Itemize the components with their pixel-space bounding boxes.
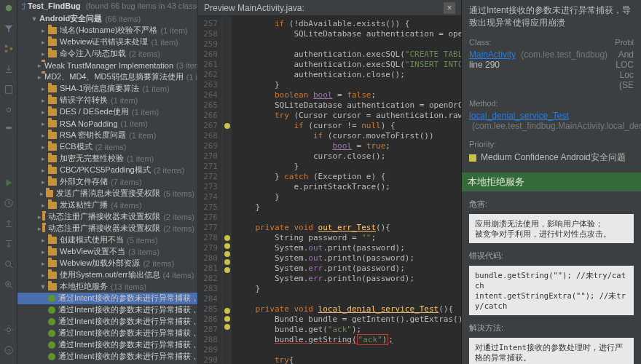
code-area[interactable]: if (!dbAvailable.exists()) { SQLiteDatab…	[232, 16, 461, 364]
folder-row[interactable]: ▸Webview加载外部资源 (2 items)	[17, 258, 197, 269]
snippet-heading: 错误代码:	[469, 250, 634, 261]
link-icon[interactable]	[4, 105, 14, 115]
db-icon[interactable]	[4, 125, 14, 135]
folder-icon	[48, 50, 57, 58]
folder-icon	[42, 225, 46, 232]
folder-icon	[48, 167, 57, 174]
bug-item[interactable]: 通过Intent接收的参数未进行异常捕获，导	[17, 316, 197, 328]
priority-label: Priority:	[469, 140, 496, 149]
bug-marker-icon[interactable]	[224, 235, 230, 241]
folder-row[interactable]: ▸WebView设置不当 (3 items)	[17, 246, 197, 258]
filter-icon[interactable]	[4, 23, 14, 33]
section-header: 本地拒绝服务	[462, 173, 641, 191]
settings-icon[interactable]	[4, 325, 14, 335]
open-folder-row[interactable]: ▼本地拒绝服务 (13 items)	[17, 281, 197, 293]
folder-row[interactable]: ▸外部文件存储 (7 items)	[17, 176, 197, 188]
svg-rect-4	[5, 86, 12, 94]
bug-marker-icon[interactable]	[224, 316, 230, 322]
folder-icon	[48, 120, 57, 127]
help-icon[interactable]: ?	[4, 345, 14, 355]
class-link[interactable]: MainActivity	[469, 50, 516, 60]
detail-panel: 通过Intent接收的参数未进行异常捕获，导致出现异常使得应用崩溃 Class:…	[462, 0, 641, 364]
folder-icon	[48, 237, 57, 244]
bug-item[interactable]: 通过Intent接收的参数未进行异常捕获，导	[17, 328, 197, 339]
bug-icon	[48, 330, 55, 337]
folder-row[interactable]: ▸CBC/PKCS5Padding模式 (2 items)	[17, 165, 197, 176]
folder-row[interactable]: ▸使用System.out/err输出信息 (4 items)	[17, 269, 197, 281]
doc-icon[interactable]	[4, 84, 14, 95]
detail-title: 通过Intent接收的参数未进行异常捕获，导致出现异常使得应用崩溃	[469, 4, 634, 29]
bug-marker-icon[interactable]	[224, 324, 230, 330]
method-link[interactable]: local_denial_service_Test	[469, 111, 569, 121]
folder-icon	[48, 202, 57, 209]
folder-row[interactable]: ▸加密无完整性校验 (1 item)	[17, 153, 197, 165]
folder-row[interactable]: ▸发送广播消息未设置接受权限 (5 items)	[17, 188, 197, 199]
bug-marker-icon[interactable]	[224, 251, 230, 257]
bug-marker-icon[interactable]	[224, 259, 230, 265]
folder-row[interactable]: ▸发送粘性广播 (4 items)	[17, 199, 197, 211]
folder-row[interactable]: ▸SHA-1弱信息摘要算法 (1 item)	[17, 83, 197, 95]
folder-icon	[48, 132, 57, 139]
fix-box: 对通过Intent接收的参数处理时，进行严格的异常捕获。 try { bundl…	[469, 338, 634, 364]
folder-icon	[48, 155, 57, 162]
class-label: Class:	[469, 38, 492, 47]
bug-item[interactable]: 通过Intent接收的参数未进行异常捕获，导	[17, 304, 197, 316]
folder-icon	[48, 108, 57, 116]
folder-row[interactable]: ▸域名(Hostname)校验不严格 (1 item)	[17, 25, 197, 36]
bug-icon[interactable]	[4, 3, 14, 13]
zoom-icon[interactable]	[4, 280, 14, 290]
priority-color-icon	[469, 154, 476, 162]
folder-icon	[48, 272, 57, 279]
import-icon[interactable]	[4, 239, 14, 249]
svg-point-10	[7, 328, 10, 331]
play-icon[interactable]	[4, 178, 14, 188]
export-icon[interactable]	[4, 218, 14, 229]
svg-rect-3	[9, 47, 12, 50]
bug-icon	[48, 318, 55, 325]
folder-row[interactable]: ▸动态注册广播接收器未设置权限 (2 items)	[17, 211, 197, 223]
folder-row[interactable]: ▸RSA 密钥长度问题 (1 item)	[17, 130, 197, 141]
preview-panel: Preview MainActivity.java: × 257 258 259…	[198, 0, 462, 364]
download-icon[interactable]	[4, 64, 14, 74]
bug-item[interactable]: 通过Intent接收的参数未进行异常捕获，导	[17, 351, 197, 363]
root-node[interactable]: ▼Android安全问题 (66 items)	[17, 13, 197, 25]
tree-title: ℐ Test_FindBug (found 66 bug items in 43…	[17, 0, 197, 13]
folder-row[interactable]: ▸Weak TrustManager Implementation (3 ite…	[17, 60, 197, 71]
search-icon[interactable]	[4, 259, 14, 269]
bug-marker-icon[interactable]	[224, 123, 230, 129]
bug-item[interactable]: 通过Intent接收的参数未进行异常捕获，导	[17, 339, 197, 351]
bug-marker-icon[interactable]	[224, 308, 230, 314]
folder-row[interactable]: ▸Webview证书错误未处理 (1 item)	[17, 36, 197, 48]
folder-icon	[48, 39, 57, 46]
svg-point-5	[5, 127, 12, 130]
preview-title: Preview MainActivity.java:	[204, 3, 304, 13]
line-gutter: 257 258 259 260 261 262 263 264 265 266 …	[198, 16, 223, 364]
folder-row[interactable]: ▸动态注册广播接收器未设置权限 (2 items)	[17, 223, 197, 234]
bug-item[interactable]: 通过Intent接收的参数未进行异常捕获，导	[17, 293, 197, 304]
folder-row[interactable]: ▸DES / DESede使用 (1 item)	[17, 106, 197, 118]
bug-icon	[48, 306, 55, 314]
history-icon[interactable]	[4, 198, 14, 208]
folder-icon	[46, 190, 53, 197]
danger-heading: 危害:	[469, 199, 634, 210]
svg-rect-2	[4, 50, 7, 53]
folder-row[interactable]: ▸错误字符转换 (1 item)	[17, 95, 197, 106]
method-label: Method:	[469, 99, 498, 108]
snippet-box: bundle.getString(""); //未try/catch inten…	[469, 266, 634, 315]
bug-tree-panel: ℐ Test_FindBug (found 66 bug items in 43…	[17, 0, 198, 364]
bug-marker-icon[interactable]	[224, 267, 230, 273]
folder-row[interactable]: ▸ECB模式 (2 items)	[17, 141, 197, 153]
priority-text: Medium Confidence Android安全问题	[481, 151, 626, 164]
svg-text:?: ?	[7, 348, 10, 355]
svg-point-0	[5, 5, 12, 12]
left-icon-rail: ?	[0, 0, 17, 364]
tree-icon[interactable]	[4, 44, 14, 54]
close-preview-button[interactable]: ×	[444, 2, 455, 14]
folder-icon	[48, 97, 57, 104]
bug-marker-icon[interactable]	[224, 243, 230, 249]
folder-row[interactable]: ▸命令注入/动态加载 (2 items)	[17, 48, 197, 60]
folder-row[interactable]: ▸RSA NoPadding (1 item)	[17, 118, 197, 130]
folder-row[interactable]: ▸创建模式使用不当 (5 items)	[17, 234, 197, 246]
bug-icon	[48, 341, 55, 349]
folder-row[interactable]: ▸MD2、MD4、MD5弱信息摘要算法使用 (1 ite	[17, 71, 197, 83]
